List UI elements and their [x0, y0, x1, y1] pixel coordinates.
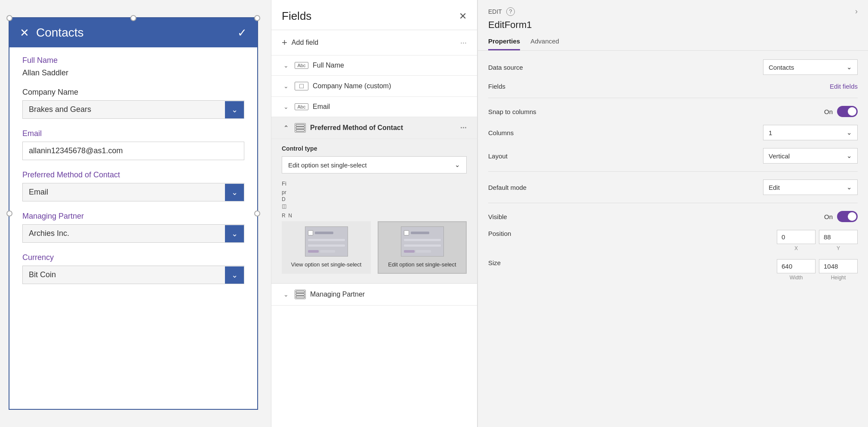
columns-dropdown[interactable]: 1 ⌄ [763, 125, 858, 140]
managing-partner-dropdown-arrow[interactable]: ⌄ [225, 225, 244, 242]
right-panel: EDIT ? › EditForm1 Properties Advanced D… [477, 0, 868, 427]
resize-handle-top-right[interactable] [254, 15, 260, 21]
position-y-input[interactable] [819, 230, 858, 244]
properties-body: Data source Contacts ⌄ Fields Edit field… [478, 51, 868, 427]
help-icon[interactable]: ? [506, 7, 515, 16]
edit-label-group: EDIT ? [488, 7, 515, 16]
currency-dropdown-arrow[interactable]: ⌄ [225, 266, 244, 284]
size-label: Size [488, 259, 501, 266]
managing-partner-value: Archies Inc. [29, 229, 69, 238]
option-card-view[interactable]: View option set single-select [282, 221, 371, 274]
snap-toggle[interactable] [837, 106, 858, 117]
visible-toggle-group: On [824, 211, 858, 222]
option-card-edit[interactable]: Edit option set single-select [378, 221, 467, 274]
option-view-label: View option set single-select [291, 261, 362, 269]
resize-handle-mid-left[interactable] [6, 210, 12, 217]
contacts-title: Contacts [36, 26, 84, 40]
currency-dropdown[interactable]: Bit Coin ⌄ [22, 266, 244, 284]
check-icon[interactable]: ✓ [237, 26, 247, 40]
data-source-dropdown[interactable]: Contacts ⌄ [763, 59, 858, 75]
chevron-up-icon: ⌃ [282, 124, 290, 131]
add-field-row: + Add field ··· [271, 30, 477, 56]
default-mode-dropdown[interactable]: Edit ⌄ [763, 179, 858, 195]
header-left: ✕ Contacts [20, 26, 84, 40]
size-height-input[interactable] [819, 259, 858, 273]
layout-row: Layout Vertical ⌄ [488, 148, 858, 164]
position-x-label: X [794, 245, 798, 251]
visible-toggle[interactable] [837, 211, 858, 222]
divider-2 [488, 171, 858, 172]
option-cards-container: View option set single-select [282, 221, 467, 274]
option-edit-label: Edit option set single-select [388, 261, 456, 269]
add-field-dots[interactable]: ··· [460, 38, 467, 47]
default-mode-row: Default mode Edit ⌄ [488, 179, 858, 195]
right-panel-chevron[interactable]: › [855, 7, 858, 16]
partial-pr-label: pr [282, 189, 467, 195]
divider-3 [488, 203, 858, 203]
edit-label: EDIT [488, 8, 502, 15]
divider-1 [488, 98, 858, 98]
resize-handle-mid-right[interactable] [254, 210, 260, 217]
default-mode-chevron: ⌄ [846, 183, 852, 191]
companyname-dropdown-arrow[interactable]: ⌄ [225, 101, 244, 118]
companyname-dropdown[interactable]: Brakes and Gears ⌄ [22, 100, 244, 119]
size-width-input[interactable] [777, 259, 816, 273]
field-row-preferred[interactable]: ⌃ Preferred Method of Contact ··· [271, 117, 477, 139]
fullname-field-group: Full Name Allan Saddler [22, 56, 244, 77]
size-width-label: Width [790, 275, 803, 281]
managing-partner-dropdown[interactable]: Archies Inc. ⌄ [22, 224, 244, 243]
email-type-icon: Abc [295, 103, 308, 110]
form-body: Full Name Allan Saddler Company Name Bra… [9, 47, 257, 303]
companyname-type-icon: □ [295, 82, 308, 90]
layout-dropdown[interactable]: Vertical ⌄ [763, 148, 858, 164]
size-row: Size Width Height [488, 259, 858, 281]
layout-chevron: ⌄ [846, 152, 852, 160]
companyname-label: Company Name [22, 88, 244, 97]
field-row-email[interactable]: ⌄ Abc Email [271, 97, 477, 117]
svg-rect-0 [296, 124, 305, 126]
layout-label: Layout [488, 152, 508, 160]
control-type-dropdown[interactable]: Edit option set single-select ⌄ [282, 156, 467, 173]
preferred-method-dropdown-arrow[interactable]: ⌄ [225, 184, 244, 201]
preferred-dots-menu[interactable]: ··· [460, 124, 467, 133]
control-type-label: Control type [282, 145, 467, 152]
companyname-field-name: Company Name (custom) [313, 82, 391, 90]
fields-header: Fields ✕ [271, 0, 477, 30]
edit-fields-link[interactable]: Edit fields [830, 83, 858, 90]
svg-rect-4 [296, 294, 305, 295]
position-inputs: X Y [777, 230, 858, 251]
right-header: EDIT ? › [478, 0, 868, 19]
fullname-type-icon: Abc [295, 62, 308, 69]
visible-toggle-value: On [824, 213, 833, 220]
size-height-group: Height [819, 259, 858, 281]
fields-close-button[interactable]: ✕ [459, 11, 467, 22]
field-row-fullname[interactable]: ⌄ Abc Full Name [271, 56, 477, 76]
resize-handle-top-mid[interactable] [130, 15, 136, 21]
tab-advanced[interactable]: Advanced [530, 37, 559, 50]
size-height-label: Height [831, 275, 846, 281]
position-x-input[interactable] [777, 230, 816, 244]
size-inputs: Width Height [777, 259, 858, 281]
close-icon[interactable]: ✕ [20, 26, 29, 40]
field-row-companyname[interactable]: ⌄ □ Company Name (custom) [271, 76, 477, 97]
position-y-group: Y [819, 230, 858, 251]
data-source-value: Contacts [769, 64, 794, 71]
currency-field-group: Currency Bit Coin ⌄ [22, 253, 244, 284]
email-input[interactable]: allanin12345678@as1.com [22, 142, 244, 160]
option-preview-edit [401, 226, 444, 257]
position-row: Position X Y [488, 230, 858, 251]
preferred-method-label: Preferred Method of Contact [22, 170, 244, 179]
add-field-button[interactable]: + Add field [282, 37, 318, 48]
data-source-label: Data source [488, 64, 523, 71]
plus-icon: + [282, 37, 287, 48]
expanded-control-type-section: Control type Edit option set single-sele… [271, 139, 477, 284]
columns-chevron: ⌄ [846, 129, 852, 136]
field-row-managing-partner[interactable]: ⌄ Managing Partner [271, 284, 477, 306]
add-field-label: Add field [292, 39, 318, 46]
fields-title: Fields [282, 9, 311, 23]
svg-rect-2 [296, 130, 305, 131]
preferred-method-dropdown[interactable]: Email ⌄ [22, 183, 244, 201]
email-label: Email [22, 129, 244, 138]
tab-properties[interactable]: Properties [488, 37, 520, 50]
resize-handle-top-left[interactable] [6, 15, 12, 21]
